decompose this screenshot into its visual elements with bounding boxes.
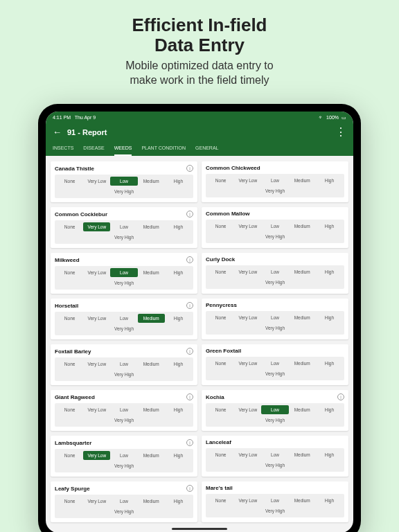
level-option[interactable]: Low — [261, 359, 288, 368]
level-option[interactable]: Medium — [138, 451, 165, 460]
info-icon[interactable]: i — [186, 211, 193, 218]
level-option[interactable]: Low — [261, 176, 288, 185]
level-option[interactable]: Very Low — [83, 497, 110, 506]
level-option[interactable]: None — [56, 405, 83, 414]
home-indicator[interactable] — [172, 528, 227, 530]
level-option[interactable]: Very High — [207, 278, 343, 287]
level-option[interactable]: Very High — [56, 233, 192, 242]
level-option[interactable]: Medium — [138, 497, 165, 506]
level-option[interactable]: Medium — [289, 450, 316, 459]
level-option[interactable]: None — [207, 176, 234, 185]
level-option[interactable]: Low — [110, 360, 137, 369]
level-option[interactable]: None — [207, 313, 234, 322]
level-option[interactable]: Medium — [289, 496, 316, 505]
level-option[interactable]: Medium — [138, 222, 165, 231]
level-option[interactable]: Medium — [138, 314, 165, 323]
level-option[interactable]: Very Low — [234, 405, 261, 414]
level-option[interactable]: Medium — [138, 360, 165, 369]
level-option[interactable]: Very Low — [234, 222, 261, 231]
level-option[interactable]: Very Low — [83, 451, 110, 460]
level-option[interactable]: High — [316, 267, 343, 276]
level-option[interactable]: High — [316, 222, 343, 231]
level-option[interactable]: High — [165, 314, 192, 323]
info-icon[interactable]: i — [186, 439, 193, 446]
level-option[interactable]: Low — [110, 268, 137, 277]
level-option[interactable]: None — [207, 405, 234, 414]
info-icon[interactable]: i — [186, 302, 193, 309]
level-option[interactable]: Medium — [138, 268, 165, 277]
level-option[interactable]: None — [207, 496, 234, 505]
level-option[interactable]: Low — [110, 497, 137, 506]
level-option[interactable]: None — [56, 314, 83, 323]
level-option[interactable]: Very High — [207, 186, 343, 195]
level-option[interactable]: Low — [261, 313, 288, 322]
level-option[interactable]: High — [165, 451, 192, 460]
level-option[interactable]: Very High — [56, 416, 192, 425]
level-option[interactable]: Low — [110, 405, 137, 414]
level-option[interactable]: Very High — [56, 507, 192, 516]
level-option[interactable]: Very Low — [83, 177, 110, 186]
level-option[interactable]: None — [207, 222, 234, 231]
level-option[interactable]: Very High — [207, 323, 343, 332]
tab-insects[interactable]: INSECTS — [53, 145, 73, 156]
level-option[interactable]: Very High — [56, 370, 192, 379]
info-icon[interactable]: i — [186, 165, 193, 172]
level-option[interactable]: Low — [110, 177, 137, 186]
info-icon[interactable]: i — [186, 256, 193, 263]
level-option[interactable]: Low — [261, 405, 288, 414]
level-option[interactable]: Low — [110, 451, 137, 460]
level-option[interactable]: Very High — [207, 461, 343, 470]
level-option[interactable]: Very Low — [83, 268, 110, 277]
level-option[interactable]: Very High — [207, 369, 343, 378]
level-option[interactable]: None — [56, 497, 83, 506]
level-option[interactable]: Very High — [56, 461, 192, 470]
level-option[interactable]: Very Low — [234, 496, 261, 505]
level-option[interactable]: None — [56, 222, 83, 231]
level-option[interactable]: High — [316, 359, 343, 368]
level-option[interactable]: High — [165, 222, 192, 231]
level-option[interactable]: Very High — [207, 416, 343, 425]
level-option[interactable]: Very Low — [83, 360, 110, 369]
level-option[interactable]: Medium — [289, 267, 316, 276]
level-option[interactable]: Medium — [138, 405, 165, 414]
level-option[interactable]: High — [316, 176, 343, 185]
level-option[interactable]: Very High — [56, 187, 192, 196]
info-icon[interactable]: i — [337, 393, 344, 400]
level-option[interactable]: Very Low — [234, 313, 261, 322]
level-option[interactable]: Very High — [207, 232, 343, 241]
level-option[interactable]: Very Low — [234, 176, 261, 185]
level-option[interactable]: Very Low — [83, 222, 110, 231]
level-option[interactable]: Low — [110, 222, 137, 231]
level-option[interactable]: None — [207, 359, 234, 368]
level-option[interactable]: Low — [261, 222, 288, 231]
level-option[interactable]: None — [56, 177, 83, 186]
level-option[interactable]: Medium — [289, 313, 316, 322]
info-icon[interactable]: i — [186, 393, 193, 400]
level-option[interactable]: Low — [261, 450, 288, 459]
level-option[interactable]: Medium — [289, 405, 316, 414]
level-option[interactable]: Medium — [289, 176, 316, 185]
overflow-menu-icon[interactable]: ⋮ — [335, 125, 346, 139]
tab-plant-condition[interactable]: PLANT CONDITION — [141, 145, 186, 156]
level-option[interactable]: High — [316, 313, 343, 322]
level-option[interactable]: Low — [261, 496, 288, 505]
level-option[interactable]: High — [316, 450, 343, 459]
level-option[interactable]: High — [165, 405, 192, 414]
level-option[interactable]: Medium — [289, 222, 316, 231]
level-option[interactable]: None — [56, 451, 83, 460]
level-option[interactable]: None — [56, 360, 83, 369]
level-option[interactable]: Very Low — [83, 405, 110, 414]
level-option[interactable]: Very High — [56, 324, 192, 333]
level-option[interactable]: High — [165, 360, 192, 369]
level-option[interactable]: None — [207, 267, 234, 276]
level-option[interactable]: High — [165, 177, 192, 186]
level-option[interactable]: Medium — [289, 359, 316, 368]
level-option[interactable]: Low — [110, 314, 137, 323]
level-option[interactable]: High — [316, 405, 343, 414]
tab-weeds[interactable]: WEEDS — [114, 145, 132, 156]
level-option[interactable]: Very Low — [234, 450, 261, 459]
tab-general[interactable]: GENERAL — [195, 145, 218, 156]
level-option[interactable]: High — [316, 496, 343, 505]
level-option[interactable]: Medium — [138, 177, 165, 186]
level-option[interactable]: High — [165, 268, 192, 277]
